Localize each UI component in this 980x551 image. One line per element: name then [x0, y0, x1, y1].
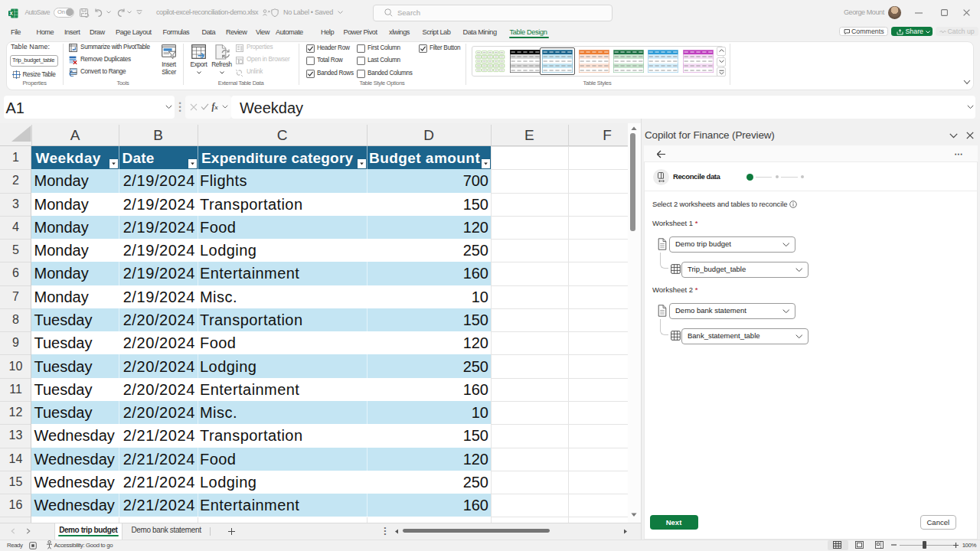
svg-text:X: X: [9, 10, 13, 15]
